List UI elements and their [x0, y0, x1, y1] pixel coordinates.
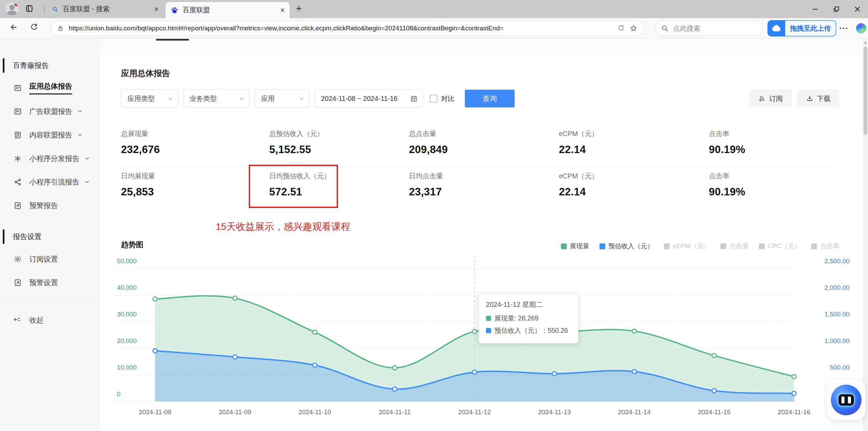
stat-label: 总预估收入（元）	[269, 129, 409, 138]
legend-item-3[interactable]: 点击量	[720, 242, 749, 251]
tab-baidu-search[interactable]: 百度联盟 - 搜索 ×	[47, 2, 164, 16]
legend-item-0[interactable]: 展现量	[561, 242, 589, 251]
close-button[interactable]	[847, 0, 868, 18]
download-button[interactable]: 下载	[797, 90, 839, 107]
tooltip-swatch	[486, 316, 491, 321]
stats-row-total: 总展现量232,676总预估收入（元）5,152.55总点击量209,849eC…	[121, 129, 848, 156]
workspaces-icon[interactable]	[25, 4, 33, 13]
tab-baidu-union[interactable]: 百度联盟 ×	[166, 2, 290, 18]
legend-swatch	[664, 243, 670, 249]
stat-value: 22.14	[559, 144, 709, 156]
tooltip-rows: 展现量: 26,269预估收入（元）：550.26	[486, 314, 571, 335]
top-strip	[100, 39, 868, 54]
tab-divider	[44, 5, 45, 13]
stats-row-daily: 日均展现量25,853日均预估收入（元）572.51日均点击量23,317eCP…	[121, 172, 848, 198]
section-marker	[3, 229, 4, 244]
chevron-down-icon	[77, 108, 83, 114]
copilot-icon[interactable]	[856, 23, 866, 33]
stat-value: 90.19%	[709, 144, 848, 156]
business-type-select[interactable]: 业务类型	[183, 90, 250, 107]
page-title: 应用总体报告	[121, 68, 170, 79]
url-text: https://union.baidu.com/bqt/appco.html#/…	[69, 25, 612, 32]
share-icon	[13, 177, 22, 187]
avatar-head	[9, 5, 15, 10]
subscribe-button[interactable]: 订阅	[749, 90, 792, 107]
stat-card: eCPM（元）22.14	[559, 172, 709, 198]
stat-value: 209,849	[409, 144, 559, 156]
stat-card: 总点击量209,849	[409, 129, 559, 156]
query-button[interactable]: 查询	[465, 90, 515, 107]
app-select[interactable]: 应用	[255, 90, 310, 107]
select-value: 应用	[261, 94, 275, 103]
tooltip-text: 展现量: 26,269	[494, 314, 538, 323]
favorite-star-icon[interactable]	[629, 24, 638, 32]
netdisk-upload-dropzone[interactable]: 拖拽至此上传	[767, 20, 836, 36]
tab-label: 百度联盟	[183, 5, 276, 15]
date-range-value: 2024-11-08 ~ 2024-11-16	[321, 95, 397, 103]
sidebar-nav-settings: 订阅设置预警设置	[0, 247, 100, 294]
tab-close-icon[interactable]: ×	[154, 5, 159, 13]
netdisk-cloud-icon	[767, 20, 785, 36]
page-scrollbar[interactable]: ▲	[863, 39, 868, 431]
report-actions: 订阅 下载	[749, 90, 839, 107]
stat-value: 23,317	[409, 186, 559, 198]
svg-text:40,000: 40,000	[117, 284, 137, 291]
select-value: 应用类型	[127, 94, 155, 103]
refresh-icon[interactable]	[30, 23, 38, 31]
sidebar-item-report-2[interactable]: 内容联盟报告	[0, 123, 100, 147]
contrast-checkbox[interactable]	[430, 95, 438, 103]
back-icon[interactable]	[10, 23, 18, 31]
sidebar-divider	[0, 303, 100, 303]
app-type-select[interactable]: 应用类型	[121, 90, 178, 107]
sidebar-item-setting-1[interactable]: 预警设置	[0, 271, 100, 294]
sidebar-collapse-button[interactable]: 收起	[0, 308, 100, 332]
scrollbar-thumb[interactable]	[864, 47, 867, 135]
browser-profile-avatar[interactable]	[5, 2, 18, 15]
address-bar[interactable]: https://union.baidu.com/bqt/appco.html#/…	[50, 21, 644, 36]
stat-card: 点击率90.19%	[709, 129, 848, 156]
contrast-label: 对比	[441, 94, 455, 103]
stats-divider	[121, 167, 836, 167]
main-panel: 应用总体报告 应用类型 业务类型 应用 2024-11-08 ~ 2024-11…	[100, 39, 868, 431]
stat-card: 日均展现量25,853	[121, 172, 269, 198]
sidebar-item-report-3[interactable]: 小程序分发报告	[0, 147, 100, 170]
legend-item-1[interactable]: 预估收入（元）	[599, 242, 654, 251]
legend-item-2[interactable]: eCPM（元）	[664, 242, 710, 251]
more-menu-icon[interactable]	[839, 26, 848, 31]
sidebar-item-label: 订阅设置	[29, 254, 58, 264]
svg-text:2024-11-13: 2024-11-13	[538, 408, 571, 416]
restore-button[interactable]	[826, 0, 847, 18]
translate-icon[interactable]	[617, 25, 625, 32]
contrast-toggle[interactable]: 对比	[430, 94, 455, 103]
scrollbar-up-arrow[interactable]: ▲	[863, 41, 868, 44]
sidebar-item-report-0[interactable]: 应用总体报告	[0, 76, 100, 100]
sidebar-item-label: 小程序分发报告	[29, 154, 79, 163]
red-annotation-text: 15天收益展示，感兴趣观看课程	[216, 220, 350, 233]
date-range-picker[interactable]: 2024-11-08 ~ 2024-11-16	[315, 90, 423, 107]
tooltip-title: 2024-11-12 星期二	[486, 300, 571, 309]
stat-value: 5,152.55	[269, 144, 409, 156]
window-controls	[805, 0, 868, 18]
assistant-floating-button[interactable]	[827, 380, 865, 420]
minimize-button[interactable]	[805, 0, 826, 18]
svg-text:0: 0	[117, 390, 121, 398]
svg-text:30,000: 30,000	[117, 311, 137, 318]
chevron-down-icon	[299, 96, 305, 102]
legend-label: 点击率	[820, 242, 839, 251]
tab-close-icon[interactable]: ×	[280, 6, 285, 14]
new-tab-button[interactable]: +	[296, 3, 302, 14]
distribute-icon	[13, 154, 22, 163]
gear-icon	[13, 254, 22, 264]
sidebar-item-report-4[interactable]: 小程序引流报告	[0, 170, 100, 194]
legend-item-4[interactable]: CPC（元）	[759, 242, 801, 251]
legend-item-5[interactable]: 点击率	[811, 242, 839, 251]
stat-label: 点击率	[709, 129, 848, 138]
select-value: 业务类型	[189, 94, 217, 103]
quick-search-box[interactable]: 点此搜索	[655, 21, 763, 36]
sidebar-item-report-1[interactable]: 广告联盟报告	[0, 100, 100, 123]
sidebar-item-setting-0[interactable]: 订阅设置	[0, 247, 100, 271]
sidebar-item-report-5[interactable]: 预警报告	[0, 194, 100, 217]
svg-text:1,000.00: 1,000.00	[824, 337, 850, 344]
stat-label: 总展现量	[121, 129, 269, 138]
upload-label: 拖拽至此上传	[785, 20, 836, 36]
